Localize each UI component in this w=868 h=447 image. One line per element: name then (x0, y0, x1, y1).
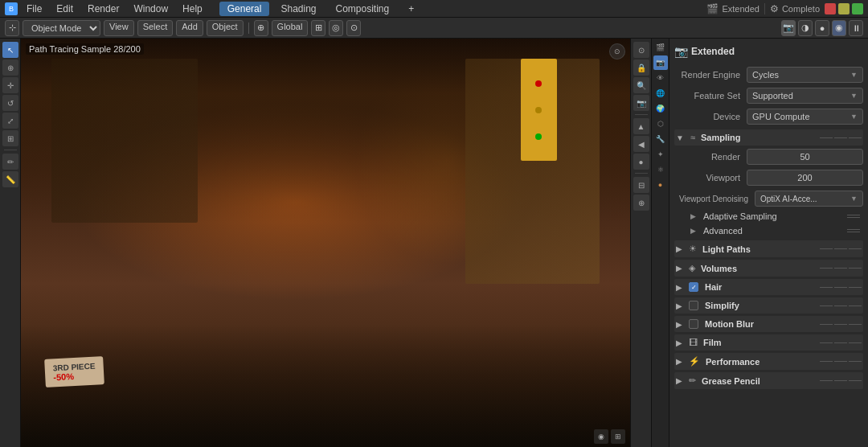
props-tab-world[interactable]: 🌍 (653, 101, 668, 116)
device-dropdown[interactable]: GPU Compute ▼ (747, 109, 863, 125)
view-btn[interactable]: View (104, 20, 134, 36)
win-max-btn[interactable] (852, 3, 863, 14)
render-icon[interactable]: 📷 (781, 20, 796, 36)
hair-section-header[interactable]: ▶ ✓ Hair (674, 279, 863, 295)
sampling-drag-handle[interactable] (820, 137, 862, 138)
camera-props-icon: 📷 (674, 45, 688, 58)
props-tab-modifier[interactable]: 🔧 (653, 132, 668, 146)
adaptive-sampling-drag[interactable] (847, 215, 860, 218)
workspace-tab-add[interactable]: + (400, 2, 422, 16)
performance-section-header[interactable]: ▶ ⚡ Performance (674, 353, 863, 370)
props-tab-output[interactable]: 📷 (653, 55, 668, 70)
global-btn[interactable]: Global (272, 20, 309, 36)
shading-solid[interactable]: ◑ (798, 20, 813, 36)
menu-help[interactable]: Help (177, 2, 208, 16)
scale-tool[interactable]: ⤢ (2, 113, 18, 129)
snap-icon[interactable]: ⊞ (311, 20, 326, 36)
volumes-drag-handle[interactable] (820, 268, 862, 269)
win-close-btn[interactable] (825, 3, 836, 14)
view-local[interactable]: ⊕ (633, 195, 649, 211)
view-side[interactable]: ◀ (633, 136, 649, 152)
annotate-tool[interactable]: ✏ (2, 154, 18, 170)
nav-lock[interactable]: 🔒 (633, 59, 649, 76)
left-toolbar: ↖ ⊕ ✛ ↺ ⤢ ⊞ ✏ 📏 (0, 39, 21, 447)
props-tab-view[interactable]: 👁 (653, 71, 668, 85)
film-title: Film (703, 338, 817, 347)
hair-drag-handle[interactable] (820, 287, 862, 288)
props-tab-object[interactable]: ⬡ (653, 117, 668, 131)
grease-pencil-chevron-icon: ▶ (676, 376, 682, 385)
render-samples-value[interactable]: 50 (747, 149, 863, 165)
zoom-icon[interactable]: 🔍 (633, 77, 649, 93)
workspace-tab-compositing[interactable]: Compositing (328, 2, 398, 16)
properties-panel: 🎬 📷 👁 🌐 🌍 ⬡ 🔧 ✦ ⚛ ● 📷 Extended Render En… (651, 39, 868, 447)
gizmo-view[interactable]: ⊙ (633, 42, 649, 58)
viewport-shading-icon[interactable]: ◉ (594, 429, 608, 444)
select-tool[interactable]: ↖ (2, 42, 18, 58)
light-paths-section-header[interactable]: ▶ ☀ Light Paths (674, 240, 863, 257)
simplify-section-header[interactable]: ▶ Simplify (674, 297, 863, 314)
volumes-title: Volumes (701, 264, 817, 273)
feature-set-value: Supported (752, 91, 793, 100)
film-section-header[interactable]: ▶ 🎞 Film (674, 334, 863, 351)
sampling-section-header[interactable]: ▼ ≈ Sampling (674, 129, 863, 146)
viewport-overlay-icon[interactable]: ⊞ (611, 429, 625, 444)
volumes-section-header[interactable]: ▶ ◈ Volumes (674, 260, 863, 277)
simplify-checkbox[interactable] (689, 301, 698, 310)
object-btn[interactable]: Object (207, 20, 244, 36)
cursor-tool[interactable]: ⊕ (2, 59, 18, 76)
shading-rendered[interactable]: ◉ (832, 20, 846, 36)
camera-icon[interactable]: 📷 (633, 95, 649, 111)
adaptive-sampling-item[interactable]: ▶ Adaptive Sampling (674, 209, 863, 224)
grease-pencil-section-header[interactable]: ▶ ✏ Grease Pencil (674, 372, 863, 389)
grease-pencil-drag-handle[interactable] (820, 380, 862, 381)
props-tab-render[interactable]: 🎬 (653, 40, 668, 55)
film-drag-handle[interactable] (820, 342, 862, 343)
viewport[interactable]: 3RD PIECE -50% Path Tracing Sample 28/20… (21, 39, 630, 447)
props-tab-material[interactable]: ● (653, 178, 668, 192)
motion-blur-checkbox[interactable] (689, 319, 698, 329)
rotate-tool[interactable]: ↺ (2, 95, 18, 111)
move-tool[interactable]: ✛ (2, 77, 18, 93)
cursor-icon[interactable]: ⊹ (5, 20, 19, 36)
props-tab-particles[interactable]: ✦ (653, 147, 668, 162)
pause-btn[interactable]: ⏸ (849, 20, 863, 36)
props-tab-physics[interactable]: ⚛ (653, 162, 668, 177)
viewport-samples-value[interactable]: 200 (747, 170, 863, 186)
performance-drag-handle[interactable] (820, 361, 862, 362)
simplify-drag-handle[interactable] (820, 306, 862, 306)
transform-tool[interactable]: ⊞ (2, 130, 18, 146)
motion-blur-drag-handle[interactable] (820, 324, 862, 325)
denoising-dropdown[interactable]: OptiX AI-Acce... ▼ (755, 191, 863, 207)
view-top[interactable]: ▲ (633, 118, 649, 134)
menu-file[interactable]: File (21, 2, 47, 16)
advanced-item[interactable]: ▶ Advanced (674, 224, 863, 238)
motion-blur-section-header[interactable]: ▶ Motion Blur (674, 316, 863, 332)
menu-window[interactable]: Window (128, 2, 174, 16)
device-label: Device (674, 112, 747, 121)
render-region[interactable]: ⊟ (633, 177, 649, 193)
proportional-icon[interactable]: ◎ (329, 20, 343, 36)
add-btn[interactable]: Add (176, 20, 203, 36)
feature-set-dropdown[interactable]: Supported ▼ (747, 88, 863, 104)
menu-edit[interactable]: Edit (51, 2, 79, 16)
shading-material[interactable]: ● (815, 20, 829, 36)
orbit-icon[interactable]: ⊙ (609, 43, 625, 59)
engine-icon: ⚙ (770, 3, 779, 14)
render-engine-dropdown[interactable]: Cycles ▼ (747, 67, 863, 83)
scene-icon: 🎬 (706, 3, 719, 14)
mode-select[interactable]: Object Mode (23, 20, 100, 36)
advanced-drag[interactable] (847, 229, 860, 232)
overlay-icon[interactable]: ⊙ (346, 20, 361, 36)
light-paths-drag-handle[interactable] (820, 248, 862, 249)
view-front[interactable]: ● (633, 154, 649, 170)
props-tab-scene[interactable]: 🌐 (653, 86, 668, 100)
win-min-btn[interactable] (838, 3, 850, 14)
workspace-tab-general[interactable]: General (219, 2, 270, 16)
menu-render[interactable]: Render (82, 2, 125, 16)
transform-icon[interactable]: ⊕ (254, 20, 268, 36)
measure-tool[interactable]: 📏 (2, 171, 18, 187)
hair-checkbox[interactable]: ✓ (689, 282, 698, 292)
select-btn[interactable]: Select (137, 20, 174, 36)
workspace-tab-shading[interactable]: Shading (272, 2, 324, 16)
